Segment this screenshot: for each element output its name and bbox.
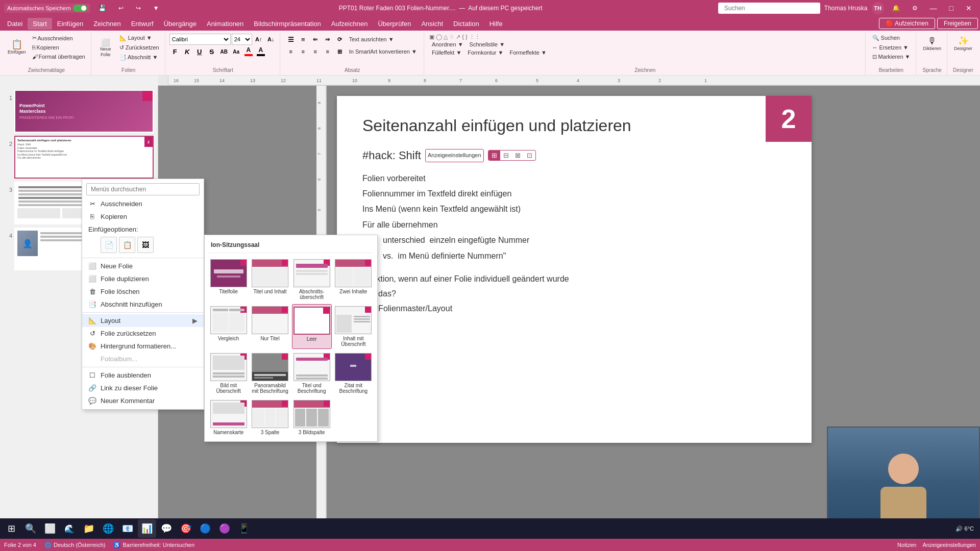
ctx-folie-reset[interactable]: ↺ Folie zurücksetzen bbox=[82, 327, 204, 340]
italic-btn[interactable]: K bbox=[182, 46, 193, 57]
menu-hilfe[interactable]: Hilfe bbox=[484, 18, 508, 30]
layout-drei-bildspalte[interactable]: 3 Bildspalte bbox=[292, 398, 332, 437]
ctx-ausblenden[interactable]: ☐ Folie ausblenden bbox=[82, 369, 204, 382]
maximize-btn[interactable]: □ bbox=[945, 3, 958, 13]
cut-btn[interactable]: ✂ Ausschneiden bbox=[30, 34, 88, 42]
increase-indent-btn[interactable]: ⇒ bbox=[322, 34, 333, 45]
fill-btn[interactable]: Fülleffekt ▼ bbox=[429, 48, 464, 57]
app3-btn[interactable]: 🟣 bbox=[215, 519, 234, 538]
start-button[interactable]: ⊞ bbox=[2, 519, 20, 538]
underline-btn[interactable]: U bbox=[194, 46, 205, 57]
reset-btn[interactable]: ↺ Zurücksetzen bbox=[117, 43, 162, 52]
layout-leer[interactable]: Leer bbox=[292, 304, 332, 349]
undo-btn[interactable]: ↩ bbox=[114, 3, 128, 14]
menu-bildschirm[interactable]: Bildschirmpräsentation bbox=[249, 18, 326, 30]
menu-einfuegen[interactable]: Einfügen bbox=[52, 18, 88, 30]
context-search-input[interactable] bbox=[86, 183, 200, 195]
menu-aufzeichnen[interactable]: Aufzeichnen bbox=[326, 18, 373, 30]
decrease-font-btn[interactable]: A↓ bbox=[265, 34, 277, 45]
section-btn[interactable]: 📑 Abschnitt ▼ bbox=[117, 53, 162, 62]
ctx-folie-loeschen[interactable]: 🗑 Folie löschen bbox=[82, 285, 204, 298]
ctx-hintergrund[interactable]: 🎨 Hintergrund formatieren... bbox=[82, 340, 204, 353]
search-btn[interactable]: 🔍 Suchen bbox=[870, 34, 913, 42]
menu-ueberpruefen[interactable]: Überprüfen bbox=[373, 18, 416, 30]
ctx-abschnitt[interactable]: 📑 Abschnitt hinzufügen bbox=[82, 298, 204, 311]
justify-btn[interactable]: ≡ bbox=[322, 46, 333, 57]
ribbon-collapse-btn[interactable]: 🔔 bbox=[888, 3, 904, 14]
share-btn[interactable]: ⚙ bbox=[908, 3, 922, 14]
menu-zeichnen[interactable]: Zeichnen bbox=[88, 18, 126, 30]
bold-btn[interactable]: F bbox=[169, 46, 181, 57]
notes-btn[interactable]: Notizen bbox=[897, 542, 916, 548]
edge-btn[interactable]: 🌊 bbox=[60, 519, 79, 538]
strikethrough-btn[interactable]: S bbox=[206, 46, 217, 57]
layout-titel-inhalt[interactable]: Titel und Inhalt bbox=[250, 257, 289, 302]
ctx-kopieren[interactable]: ⎘ Kopieren bbox=[82, 210, 204, 223]
font-size-select[interactable]: 24 bbox=[232, 34, 252, 45]
layout-namenskarte[interactable]: Namenskarte bbox=[209, 398, 248, 437]
align-center-btn[interactable]: ≡ bbox=[298, 46, 309, 57]
increase-font-btn[interactable]: A↑ bbox=[253, 34, 264, 45]
ctx-paste-icon-3[interactable]: 🖼 bbox=[137, 237, 154, 253]
menu-animationen[interactable]: Animationen bbox=[202, 18, 249, 30]
menu-uebergaenge[interactable]: Übergänge bbox=[159, 18, 202, 30]
slide-thumb-1[interactable]: 1 PowerPointMasterclass PRÄSENTIEREN WIE… bbox=[4, 90, 154, 133]
ctx-neue-folie[interactable]: ⬜ Neue Folie bbox=[82, 260, 204, 272]
replace-btn[interactable]: ↔ Ersetzen ▼ bbox=[870, 43, 913, 52]
line-btn[interactable]: Formkontur ▼ bbox=[465, 48, 506, 57]
case-btn[interactable]: Aa bbox=[231, 46, 242, 57]
select-btn[interactable]: ⊡ Markieren ▼ bbox=[870, 53, 913, 61]
dictate-btn[interactable]: 🎙 Diktieren bbox=[920, 34, 944, 54]
layout-titelfolie[interactable]: Titelfolie bbox=[209, 257, 248, 302]
ctx-link[interactable]: 🔗 Link zu dieser Folie bbox=[82, 382, 204, 394]
layout-drei-spalte[interactable]: 3 Spalte bbox=[250, 398, 289, 437]
layout-abschnitt[interactable]: Abschnitts-überschrift bbox=[292, 257, 332, 302]
layout-bild-ueberschrift[interactable]: Bild mit Überschrift bbox=[209, 351, 248, 396]
layout-titel-beschriftung[interactable]: Titel und Beschriftung bbox=[292, 351, 332, 396]
bullet-list-btn[interactable]: ☰ bbox=[285, 34, 297, 45]
view-btn-2[interactable]: ⊟ bbox=[500, 151, 512, 160]
ctx-paste-icon-1[interactable]: 📄 bbox=[101, 237, 117, 253]
text-align-btn[interactable]: Text ausrichten ▼ bbox=[347, 35, 397, 43]
align-right-btn[interactable]: ≡ bbox=[310, 46, 321, 57]
slide-image-1[interactable]: PowerPointMasterclass PRÄSENTIEREN WIE E… bbox=[14, 90, 154, 133]
powerpoint-btn[interactable]: 📊 bbox=[138, 519, 156, 538]
smartart-btn[interactable]: In SmartArt konvertieren ▼ bbox=[347, 47, 420, 56]
numbered-list-btn[interactable]: ≡ bbox=[298, 34, 309, 45]
copy-btn[interactable]: ⎘ Kopieren bbox=[30, 43, 88, 52]
taskview-btn[interactable]: ⬜ bbox=[41, 519, 59, 538]
ctx-layout[interactable]: 📐 Layout ▶ bbox=[82, 314, 204, 327]
menu-ansicht[interactable]: Ansicht bbox=[416, 18, 448, 30]
layout-inhalt-ueberschrift[interactable]: Inhalt mit Überschrift bbox=[334, 304, 373, 349]
decrease-indent-btn[interactable]: ⇐ bbox=[310, 34, 321, 45]
quick-styles-btn[interactable]: Schnellstile ▼ bbox=[467, 40, 508, 48]
slide-image-2[interactable]: 2 Seitenanzahl einfügen und platzieren #… bbox=[14, 136, 154, 179]
system-tray-icons[interactable]: 🔊 bbox=[955, 525, 963, 532]
search-input[interactable] bbox=[718, 3, 820, 14]
highlight-btn[interactable]: A bbox=[255, 46, 266, 57]
aufzeichnen-btn[interactable]: 🔴 Aufzeichnen bbox=[879, 18, 935, 29]
app2-btn[interactable]: 🔵 bbox=[196, 519, 214, 538]
new-slide-btn[interactable]: ⬜ Neue Folie bbox=[95, 36, 116, 60]
view-btn-1[interactable]: ⊞ bbox=[488, 151, 500, 160]
autosave-switch[interactable] bbox=[73, 5, 87, 12]
ctx-paste-icon-2[interactable]: 📋 bbox=[119, 237, 135, 253]
save-btn[interactable]: 💾 bbox=[94, 3, 110, 14]
slide-thumb-2[interactable]: 2 2 Seitenanzahl einfügen und platzieren… bbox=[4, 136, 154, 179]
teams-btn[interactable]: 💬 bbox=[157, 519, 176, 538]
font-color-btn[interactable]: A bbox=[243, 46, 254, 57]
menu-start[interactable]: Start bbox=[28, 18, 52, 30]
accessibility-status[interactable]: ♿ Barrierefreiheit: Untersuchen bbox=[113, 542, 194, 548]
autosave-toggle[interactable]: Automatisches Speichern bbox=[4, 4, 90, 13]
ctx-kommentar[interactable]: 💬 Neuer Kommentar bbox=[82, 394, 204, 407]
minimize-btn[interactable]: — bbox=[926, 3, 941, 13]
effect-btn[interactable]: Formeffekte ▼ bbox=[507, 48, 549, 57]
designer-btn[interactable]: ✨ Designer bbox=[951, 34, 975, 54]
close-btn[interactable]: ✕ bbox=[962, 3, 976, 13]
layout-zitat[interactable]: Zitat mit Beschriftung bbox=[334, 351, 373, 396]
redo-btn[interactable]: ↪ bbox=[132, 3, 145, 14]
menu-entwurf[interactable]: Entwurf bbox=[126, 18, 159, 30]
font-family-select[interactable]: Calibri bbox=[169, 34, 231, 45]
col-btn[interactable]: ⊞ bbox=[334, 46, 346, 57]
view-settings-status[interactable]: Anzeigeeinstellungen bbox=[922, 542, 976, 548]
